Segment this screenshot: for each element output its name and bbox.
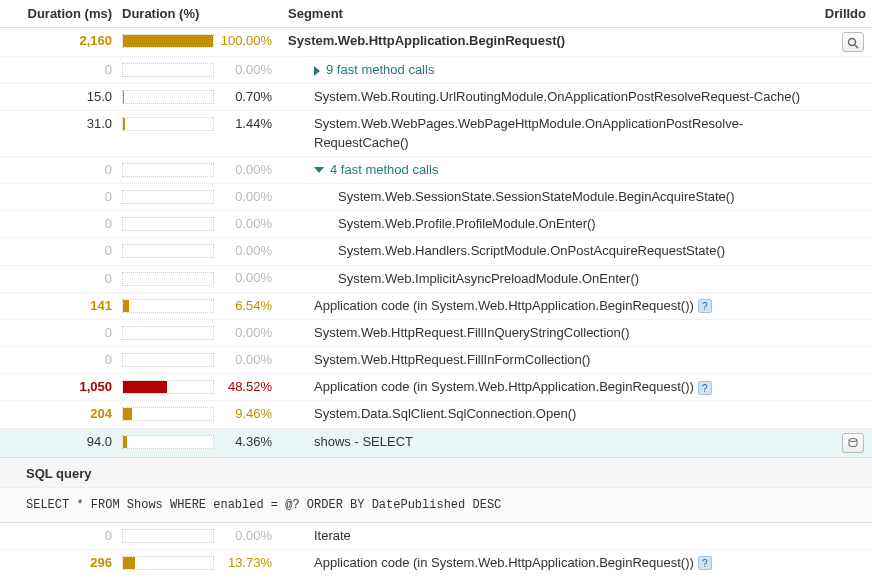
duration-bar bbox=[122, 435, 214, 449]
duration-pct-value: 0.00% bbox=[214, 215, 272, 233]
fast-method-calls-link[interactable]: 4 fast method calls bbox=[330, 162, 438, 177]
duration-bar bbox=[122, 163, 214, 177]
table-row: 94.04.36%shows - SELECT bbox=[0, 428, 872, 457]
segment-cell: Application code (in System.Web.HttpAppl… bbox=[278, 292, 812, 319]
duration-ms-value: 15.0 bbox=[0, 84, 118, 111]
header-duration-pct[interactable]: Duration (%) bbox=[118, 0, 278, 28]
table-row: 00.00%4 fast method calls bbox=[0, 156, 872, 183]
duration-pct-value: 4.36% bbox=[214, 433, 272, 451]
duration-bar bbox=[122, 90, 214, 104]
duration-pct-cell: 100.00% bbox=[118, 28, 278, 57]
sql-query-section: SQL query SELECT * FROM Shows WHERE enab… bbox=[0, 457, 872, 523]
drilldown-cell bbox=[812, 265, 872, 292]
duration-ms-value: 0 bbox=[0, 183, 118, 210]
help-icon[interactable]: ? bbox=[698, 556, 712, 570]
duration-pct-cell: 0.00% bbox=[118, 347, 278, 374]
duration-pct-cell: 0.00% bbox=[118, 265, 278, 292]
duration-pct-value: 0.70% bbox=[214, 88, 272, 106]
drilldown-cell bbox=[812, 28, 872, 57]
segment-cell: Application code (in System.Web.HttpAppl… bbox=[278, 549, 812, 576]
segment-label: System.Web.ImplicitAsyncPreloadModule.On… bbox=[288, 270, 639, 288]
duration-pct-value: 0.00% bbox=[214, 161, 272, 179]
help-icon[interactable]: ? bbox=[698, 381, 712, 395]
drilldown-cell bbox=[812, 211, 872, 238]
segment-cell: System.Web.HttpRequest.FillInFormCollect… bbox=[278, 347, 812, 374]
duration-pct-value: 1.44% bbox=[214, 115, 272, 133]
duration-bar bbox=[122, 326, 214, 340]
fast-method-calls-link[interactable]: 9 fast method calls bbox=[326, 62, 434, 77]
segment-cell: shows - SELECT bbox=[278, 428, 812, 457]
segment-label: System.Web.Profile.ProfileModule.OnEnter… bbox=[288, 215, 596, 233]
duration-pct-value: 0.00% bbox=[214, 269, 272, 287]
duration-pct-value: 0.00% bbox=[214, 61, 272, 79]
duration-pct-cell: 48.52% bbox=[118, 374, 278, 401]
svg-point-0 bbox=[849, 38, 856, 45]
segment-label: System.Web.HttpRequest.FillInFormCollect… bbox=[288, 351, 590, 369]
duration-pct-value: 0.00% bbox=[214, 242, 272, 260]
duration-pct-cell: 0.00% bbox=[118, 238, 278, 265]
sql-query-header: SQL query bbox=[0, 458, 872, 488]
duration-ms-value: 0 bbox=[0, 238, 118, 265]
segment-cell: 9 fast method calls bbox=[278, 57, 812, 84]
duration-pct-cell: 0.00% bbox=[118, 183, 278, 210]
trace-table-continued: 00.00%Iterate29613.73%Application code (… bbox=[0, 523, 872, 576]
duration-ms-value: 1,050 bbox=[0, 374, 118, 401]
duration-ms-value: 2,160 bbox=[0, 28, 118, 57]
table-row: 1,05048.52%Application code (in System.W… bbox=[0, 374, 872, 401]
duration-ms-value: 0 bbox=[0, 265, 118, 292]
drilldown-cell bbox=[812, 183, 872, 210]
trace-table: Duration (ms) Duration (%) Segment Drill… bbox=[0, 0, 872, 457]
expand-caret-right-icon[interactable] bbox=[314, 66, 320, 76]
header-segment[interactable]: Segment bbox=[278, 0, 812, 28]
duration-ms-value: 0 bbox=[0, 319, 118, 346]
segment-label: Iterate bbox=[288, 527, 351, 545]
duration-pct-cell: 0.00% bbox=[118, 156, 278, 183]
table-row: 00.00%Iterate bbox=[0, 523, 872, 550]
duration-ms-value: 296 bbox=[0, 549, 118, 576]
duration-pct-cell: 0.70% bbox=[118, 84, 278, 111]
table-header: Duration (ms) Duration (%) Segment Drill… bbox=[0, 0, 872, 28]
duration-pct-cell: 9.46% bbox=[118, 401, 278, 428]
segment-label: System.Web.SessionState.SessionStateModu… bbox=[288, 188, 734, 206]
duration-pct-cell: 0.00% bbox=[118, 319, 278, 346]
svg-line-1 bbox=[855, 45, 858, 48]
table-row: 00.00%System.Web.HttpRequest.FillInQuery… bbox=[0, 319, 872, 346]
drilldown-magnify-button[interactable] bbox=[842, 32, 864, 52]
table-row: 00.00%System.Web.Profile.ProfileModule.O… bbox=[0, 211, 872, 238]
duration-pct-value: 0.00% bbox=[214, 324, 272, 342]
table-row: 00.00%System.Web.HttpRequest.FillInFormC… bbox=[0, 347, 872, 374]
segment-cell: System.Data.SqlClient.SqlConnection.Open… bbox=[278, 401, 812, 428]
help-icon[interactable]: ? bbox=[698, 299, 712, 313]
drilldown-cell bbox=[812, 428, 872, 457]
segment-cell: Application code (in System.Web.HttpAppl… bbox=[278, 374, 812, 401]
duration-bar bbox=[122, 299, 214, 313]
expand-caret-down-icon[interactable] bbox=[314, 167, 324, 173]
drilldown-cell bbox=[812, 292, 872, 319]
drilldown-cell bbox=[812, 84, 872, 111]
duration-bar bbox=[122, 34, 214, 48]
drilldown-db-button[interactable] bbox=[842, 433, 864, 453]
duration-bar bbox=[122, 244, 214, 258]
segment-label: System.Data.SqlClient.SqlConnection.Open… bbox=[288, 405, 576, 423]
header-drilldown[interactable]: Drilldo bbox=[812, 0, 872, 28]
table-row: 2049.46%System.Data.SqlClient.SqlConnect… bbox=[0, 401, 872, 428]
duration-bar bbox=[122, 272, 214, 286]
drilldown-cell bbox=[812, 238, 872, 265]
duration-ms-value: 0 bbox=[0, 347, 118, 374]
drilldown-cell bbox=[812, 57, 872, 84]
segment-cell: System.Web.Profile.ProfileModule.OnEnter… bbox=[278, 211, 812, 238]
duration-pct-value: 13.73% bbox=[214, 554, 272, 572]
segment-cell: System.Web.HttpRequest.FillInQueryString… bbox=[278, 319, 812, 346]
duration-pct-value: 100.00% bbox=[214, 32, 272, 50]
duration-bar bbox=[122, 380, 214, 394]
duration-pct-value: 9.46% bbox=[214, 405, 272, 423]
segment-cell: System.Web.HttpApplication.BeginRequest(… bbox=[278, 28, 812, 57]
duration-ms-value: 141 bbox=[0, 292, 118, 319]
duration-ms-value: 0 bbox=[0, 211, 118, 238]
segment-label: System.Web.Handlers.ScriptModule.OnPostA… bbox=[288, 242, 725, 260]
header-duration-ms[interactable]: Duration (ms) bbox=[0, 0, 118, 28]
drilldown-cell bbox=[812, 347, 872, 374]
duration-bar bbox=[122, 190, 214, 204]
duration-pct-value: 0.00% bbox=[214, 351, 272, 369]
segment-cell: System.Web.WebPages.WebPageHttpModule.On… bbox=[278, 111, 812, 156]
